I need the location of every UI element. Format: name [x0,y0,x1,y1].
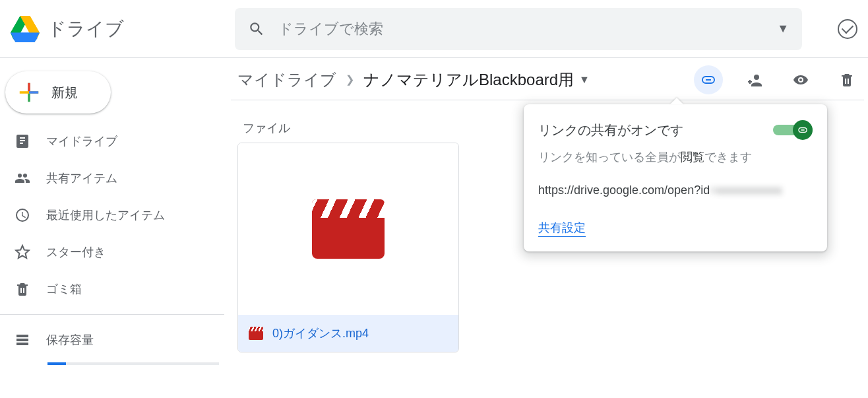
sidebar-item-label: マイドライブ [46,133,117,149]
search-placeholder: ドライブで検索 [278,19,764,39]
storage-icon [15,332,30,348]
clock-icon [15,207,30,223]
sidebar-item-starred[interactable]: スター付き [0,234,224,271]
sidebar-item-label: スター付き [46,244,106,260]
sidebar-item-shared[interactable]: 共有アイテム [0,160,224,197]
file-footer: 0)ガイダンス.mp4 [238,315,458,352]
share-button[interactable] [740,65,769,94]
svg-marker-5 [11,16,20,32]
app-name: ドライブ [47,17,124,42]
eye-icon [793,72,809,88]
toolbar-actions [694,65,861,94]
sidebar-item-mydrive[interactable]: マイドライブ [0,123,224,160]
sidebar-item-label: 保存容量 [46,332,94,348]
breadcrumb-row: マイドライブ ❯ ナノマテリアルBlackboard用 ▼ [231,58,864,100]
share-settings-link[interactable]: 共有設定 [538,220,586,237]
app-header: ドライブ ドライブで検索 ▼ [0,0,868,58]
trash-icon [839,72,855,88]
file-name: 0)ガイダンス.mp4 [272,325,369,341]
chevron-right-icon: ❯ [346,73,354,86]
link-sharing-toggle[interactable] [773,120,813,140]
sidebar-item-label: ゴミ箱 [46,281,82,297]
offline-ready-icon[interactable] [838,19,857,39]
sidebar: 新規 マイドライブ 共有アイテム 最近使用したアイテム スター付き [0,58,224,398]
svg-rect-11 [29,91,38,94]
svg-rect-9 [28,83,30,92]
search-options-caret-icon[interactable]: ▼ [777,22,789,36]
video-icon [312,199,385,259]
shared-icon [15,170,30,186]
breadcrumb-root[interactable]: マイドライブ [237,69,336,90]
video-icon [249,327,263,340]
sidebar-item-trash[interactable]: ゴミ箱 [0,271,224,308]
sidebar-divider [0,314,224,315]
caret-down-icon: ▼ [579,74,590,86]
mydrive-icon [15,133,30,149]
popover-title: リンクの共有がオンです [538,121,683,139]
breadcrumb-current[interactable]: ナノマテリアルBlackboard用 ▼ [363,69,590,90]
link-sharing-popover: リンクの共有がオンです リンクを知っている全員が閲覧できます https://d… [524,104,827,251]
logo-area[interactable]: ドライブ [11,16,235,42]
preview-button[interactable] [786,65,815,94]
search-input[interactable]: ドライブで検索 ▼ [235,8,802,50]
share-url[interactable]: https://drive.google.com/open?id=xxxxxxx… [538,183,813,197]
breadcrumb-label: マイドライブ [237,69,336,90]
file-card[interactable]: 0)ガイダンス.mp4 [237,143,459,352]
get-link-button[interactable] [694,65,723,94]
link-icon [700,72,716,88]
search-icon [248,20,265,38]
sidebar-item-label: 最近使用したアイテム [46,207,165,223]
sidebar-item-storage[interactable]: 保存容量 [0,321,224,358]
sidebar-item-recent[interactable]: 最近使用したアイテム [0,197,224,234]
plus-icon [18,82,40,103]
star-icon [15,244,30,260]
svg-marker-6 [11,32,40,42]
delete-button[interactable] [832,65,861,94]
drive-logo-icon [11,16,40,42]
storage-meter [47,362,219,365]
sidebar-item-label: 共有アイテム [46,170,117,186]
new-button-label: 新規 [51,84,78,102]
new-button[interactable]: 新規 [5,71,111,114]
breadcrumb-label: ナノマテリアルBlackboard用 [363,69,574,90]
person-add-icon [747,72,762,88]
popover-subtext: リンクを知っている全員が閲覧できます [538,149,813,165]
trash-icon [15,281,30,297]
content-area: マイドライブ ❯ ナノマテリアルBlackboard用 ▼ [224,58,868,398]
file-preview [238,143,458,315]
link-icon [797,125,808,135]
